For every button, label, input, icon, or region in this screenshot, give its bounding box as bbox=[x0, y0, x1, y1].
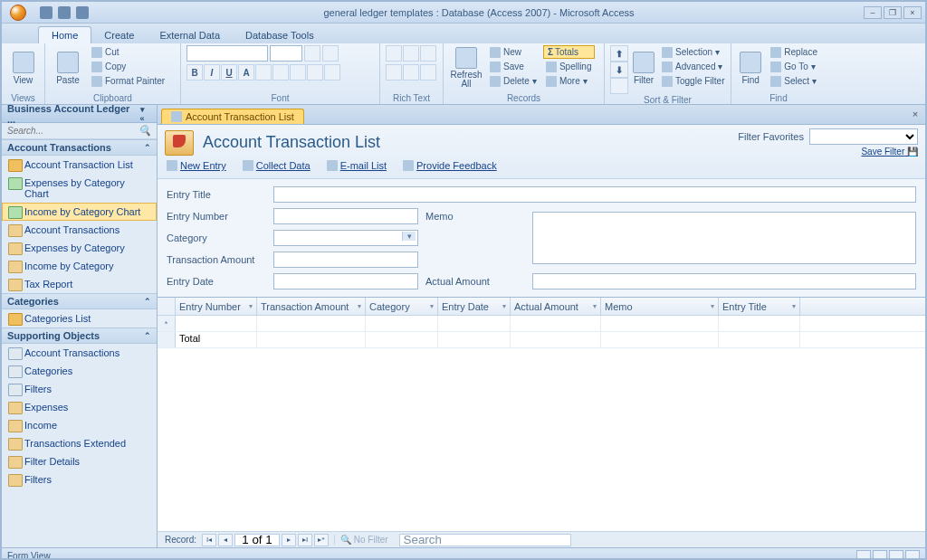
feedback-link[interactable]: Provide Feedback bbox=[403, 160, 497, 171]
nav-section-categories[interactable]: Categories⌃ bbox=[2, 293, 157, 309]
align-right-button[interactable] bbox=[324, 64, 340, 81]
chevron-down-icon[interactable]: ▾ bbox=[711, 302, 714, 310]
entry-number-input[interactable] bbox=[273, 208, 418, 224]
new-record-nav-button[interactable]: ▸* bbox=[314, 534, 329, 546]
col-entry-date[interactable]: Entry Date▾ bbox=[438, 298, 511, 315]
email-list-link[interactable]: E-mail List bbox=[327, 160, 387, 171]
nav-item-s-filter-details[interactable]: Filter Details bbox=[2, 452, 157, 470]
delete-record-button[interactable]: Delete ▾ bbox=[487, 74, 540, 88]
ds-cell[interactable] bbox=[438, 316, 511, 331]
filter-button[interactable]: Filter bbox=[632, 45, 655, 90]
underline-button[interactable]: U bbox=[221, 64, 237, 81]
nav-search-input[interactable] bbox=[7, 126, 139, 136]
actual-amount-input[interactable] bbox=[532, 273, 916, 289]
save-icon[interactable] bbox=[40, 6, 53, 19]
col-memo[interactable]: Memo▾ bbox=[601, 298, 719, 315]
gridlines-button[interactable] bbox=[272, 64, 289, 81]
totals-button[interactable]: ΣTotals bbox=[543, 45, 595, 59]
totals-cell[interactable] bbox=[366, 332, 438, 347]
redo-icon[interactable] bbox=[76, 6, 89, 19]
transaction-amount-input[interactable] bbox=[273, 252, 418, 268]
nav-item-s-transactions-extended[interactable]: Transactions Extended bbox=[2, 434, 157, 452]
indent-dec-button[interactable] bbox=[386, 45, 402, 62]
totals-cell[interactable] bbox=[601, 332, 719, 347]
filter-favorites-combo[interactable] bbox=[809, 128, 918, 145]
align-left-button[interactable] bbox=[290, 64, 306, 81]
doc-close-button[interactable]: × bbox=[909, 108, 922, 120]
nav-section-account-transactions[interactable]: Account Transactions⌃ bbox=[2, 139, 157, 156]
next-record-button[interactable]: ▸ bbox=[282, 534, 296, 546]
nav-header[interactable]: Business Account Ledger ...▾ « bbox=[2, 105, 157, 123]
nav-item-s-account-transactions[interactable]: Account Transactions bbox=[2, 344, 157, 362]
entry-date-input[interactable] bbox=[273, 273, 418, 289]
select-button[interactable]: Select ▾ bbox=[768, 74, 820, 88]
find-button[interactable]: Find bbox=[737, 45, 764, 90]
clear-sort-button[interactable] bbox=[610, 78, 628, 94]
shrink-font-button[interactable] bbox=[322, 45, 339, 62]
nav-item-tax-report[interactable]: Tax Report bbox=[2, 275, 157, 293]
font-family-combo[interactable] bbox=[186, 45, 268, 62]
nav-item-categories-list[interactable]: Categories List bbox=[2, 309, 157, 327]
ds-cell[interactable] bbox=[719, 316, 800, 331]
design-view-button[interactable] bbox=[905, 550, 920, 561]
ds-cell[interactable] bbox=[176, 316, 257, 331]
nav-item-income-by-category[interactable]: Income by Category bbox=[2, 257, 157, 275]
entry-title-input[interactable] bbox=[273, 186, 916, 203]
nav-item-expenses-by-category[interactable]: Expenses by Category bbox=[2, 239, 157, 257]
nav-item-income-chart[interactable]: Income by Category Chart bbox=[2, 203, 157, 221]
totals-cell[interactable] bbox=[438, 332, 511, 347]
ltr-button[interactable] bbox=[420, 45, 436, 62]
memo-input[interactable] bbox=[532, 212, 916, 264]
goto-button[interactable]: Go To ▾ bbox=[768, 60, 820, 73]
highlight-button[interactable] bbox=[420, 64, 436, 81]
spelling-button[interactable]: Spelling bbox=[543, 60, 595, 73]
align-center-button[interactable] bbox=[307, 64, 323, 81]
tab-external-data[interactable]: External Data bbox=[147, 27, 233, 43]
nav-section-supporting[interactable]: Supporting Objects⌃ bbox=[2, 327, 157, 344]
sort-desc-button[interactable]: ⬇ bbox=[610, 62, 628, 78]
nav-item-expenses-chart[interactable]: Expenses by Category Chart bbox=[2, 174, 157, 203]
save-record-button[interactable]: Save bbox=[487, 60, 540, 73]
bullets-button[interactable] bbox=[386, 64, 402, 81]
chevron-down-icon[interactable]: ▾ bbox=[593, 302, 597, 310]
selection-button[interactable]: Selection ▾ bbox=[659, 45, 727, 59]
nav-item-s-income[interactable]: Income bbox=[2, 416, 157, 434]
more-button[interactable]: More ▾ bbox=[543, 74, 595, 88]
row-selector-header[interactable] bbox=[158, 298, 176, 315]
new-entry-link[interactable]: New Entry bbox=[167, 160, 226, 171]
chevron-down-icon[interactable]: ▾ bbox=[358, 302, 361, 310]
totals-cell[interactable] bbox=[719, 332, 800, 347]
minimize-button[interactable]: – bbox=[864, 6, 882, 19]
paste-button[interactable]: Paste bbox=[51, 45, 85, 90]
copy-button[interactable]: Copy bbox=[89, 60, 167, 73]
numbering-button[interactable] bbox=[403, 64, 419, 81]
col-entry-title[interactable]: Entry Title▾ bbox=[719, 298, 800, 315]
no-filter-indicator[interactable]: 🔍 No Filter bbox=[334, 535, 394, 545]
tab-home[interactable]: Home bbox=[38, 26, 91, 43]
tab-create[interactable]: Create bbox=[91, 27, 147, 43]
nav-item-s-expenses[interactable]: Expenses bbox=[2, 398, 157, 416]
category-combo[interactable] bbox=[273, 230, 418, 246]
save-filter-link[interactable]: Save Filter bbox=[861, 147, 904, 157]
collect-data-link[interactable]: Collect Data bbox=[243, 160, 311, 171]
sort-asc-button[interactable]: ⬆ bbox=[610, 45, 628, 62]
last-record-button[interactable]: ▸I bbox=[298, 534, 312, 546]
form-view-button[interactable] bbox=[856, 550, 871, 561]
chevron-down-icon[interactable]: ▾ bbox=[502, 302, 506, 310]
replace-button[interactable]: Replace bbox=[768, 45, 820, 59]
layout-view-button[interactable] bbox=[889, 550, 903, 561]
nav-collapse-icon[interactable]: ▾ « bbox=[140, 105, 151, 123]
chevron-down-icon[interactable]: ▾ bbox=[792, 302, 796, 310]
ds-cell[interactable] bbox=[511, 316, 601, 331]
nav-search[interactable]: 🔍 bbox=[2, 123, 157, 139]
col-entry-number[interactable]: Entry Number▾ bbox=[176, 298, 257, 315]
tab-database-tools[interactable]: Database Tools bbox=[233, 27, 327, 43]
chevron-down-icon[interactable]: ▾ bbox=[249, 302, 253, 310]
totals-cell[interactable] bbox=[257, 332, 366, 347]
view-button[interactable]: View bbox=[7, 45, 39, 90]
chevron-down-icon[interactable]: ▾ bbox=[430, 302, 434, 310]
office-button[interactable] bbox=[2, 2, 34, 24]
totals-cell[interactable] bbox=[511, 332, 601, 347]
record-position-input[interactable] bbox=[234, 534, 280, 546]
indent-inc-button[interactable] bbox=[403, 45, 419, 62]
